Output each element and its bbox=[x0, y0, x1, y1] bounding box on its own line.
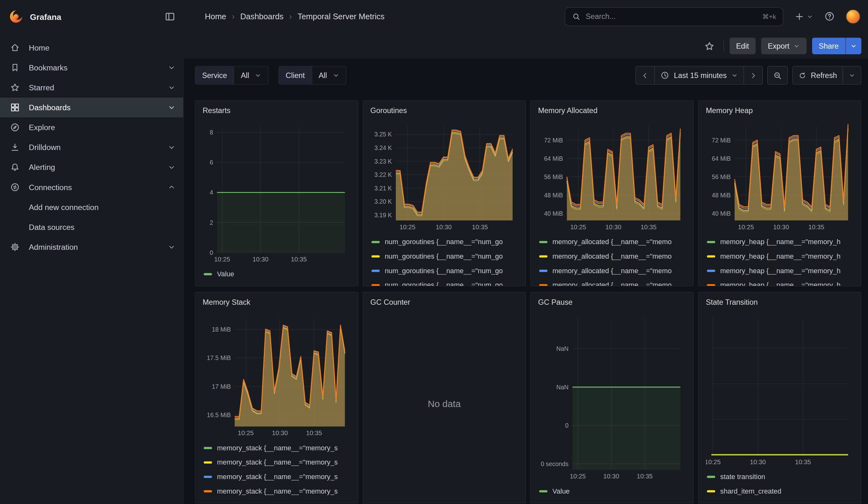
service-variable-label: Service bbox=[195, 66, 234, 84]
chart-area[interactable]: 8642010:2510:3010:35 bbox=[203, 122, 350, 264]
sidebar-item-add-new-connection[interactable]: Add new connection bbox=[0, 197, 183, 217]
svg-text:72 MiB: 72 MiB bbox=[712, 137, 731, 144]
legend-label: memory_heap {__name__="memory_h bbox=[720, 253, 840, 260]
breadcrumb-home[interactable]: Home bbox=[205, 12, 226, 21]
grafana-logo[interactable] bbox=[9, 10, 23, 24]
series-color-swatch bbox=[372, 270, 380, 272]
legend-item[interactable]: memory_heap {__name__="memory_h bbox=[707, 278, 854, 286]
refresh-button[interactable]: Refresh bbox=[793, 66, 843, 84]
chart-area[interactable]: 3.25 K3.24 K3.23 K3.22 K3.21 K3.20 K3.19… bbox=[370, 122, 518, 232]
panel-title[interactable]: Memory Heap bbox=[706, 106, 854, 122]
panel-title[interactable]: Goroutines bbox=[370, 106, 518, 122]
legend-label: memory_heap {__name__="memory_h bbox=[720, 267, 840, 275]
sidebar-toggle-icon[interactable] bbox=[164, 11, 175, 22]
chart-area[interactable]: NaNNaN00 seconds10:2510:3010:35 bbox=[538, 313, 686, 481]
legend-item[interactable]: Value bbox=[539, 484, 686, 498]
chart-area[interactable]: 72 MiB64 MiB56 MiB48 MiB40 MiB10:2510:30… bbox=[538, 122, 686, 232]
sidebar-item-bookmarks[interactable]: Bookmarks bbox=[0, 58, 183, 78]
search-bar[interactable]: ⌘+k bbox=[565, 7, 783, 26]
client-variable-dropdown[interactable]: All bbox=[311, 66, 346, 84]
legend-label: num_goroutines {__name__="num_go bbox=[385, 267, 503, 275]
sidebar-item-alerting[interactable]: Alerting bbox=[0, 157, 183, 177]
legend-item[interactable]: memory_allocated {__name__="memo bbox=[539, 249, 686, 264]
series-color-swatch bbox=[707, 284, 715, 286]
panel-title[interactable]: Restarts bbox=[203, 106, 350, 122]
sidebar-item-administration[interactable]: Administration bbox=[0, 237, 183, 257]
panel-title[interactable]: State Transition bbox=[706, 298, 854, 313]
sidebar-item-drilldown[interactable]: Drilldown bbox=[0, 137, 183, 157]
sidebar-item-data-sources[interactable]: Data sources bbox=[0, 217, 183, 237]
svg-text:10:25: 10:25 bbox=[214, 256, 230, 263]
chevron-down-icon bbox=[731, 72, 738, 79]
legend-item[interactable]: memory_heap {__name__="memory_h bbox=[707, 249, 854, 264]
panel-memory-heap: Memory Heap 72 MiB64 MiB56 MiB48 MiB40 M… bbox=[698, 100, 861, 286]
svg-text:10:25: 10:25 bbox=[706, 459, 721, 465]
series-color-swatch bbox=[539, 270, 547, 272]
series-color-swatch bbox=[372, 241, 380, 243]
series-color-swatch bbox=[204, 476, 212, 478]
legend-label: memory_allocated {__name__="memo bbox=[552, 267, 672, 275]
chevron-down-icon bbox=[168, 104, 175, 112]
legend-item[interactable]: Value bbox=[204, 267, 350, 281]
breadcrumb-dashboards[interactable]: Dashboards bbox=[240, 12, 283, 21]
favorite-dashboard-button[interactable] bbox=[701, 38, 718, 54]
panel-title[interactable]: GC Pause bbox=[538, 298, 686, 313]
time-range-picker-button[interactable]: Last 15 minutes bbox=[655, 66, 743, 84]
series-color-swatch bbox=[539, 490, 547, 492]
chart-area[interactable]: 18 MiB17.5 MiB17 MiB16.5 MiB10:2510:3010… bbox=[203, 313, 350, 438]
user-avatar[interactable] bbox=[846, 9, 860, 24]
chevron-down-icon bbox=[806, 13, 813, 20]
legend-item[interactable]: memory_allocated {__name__="memo bbox=[539, 235, 686, 249]
search-input[interactable] bbox=[586, 12, 757, 21]
legend-item[interactable]: memory_stack {__name__="memory_s bbox=[204, 441, 350, 455]
legend-item[interactable]: memory_stack {__name__="memory_s bbox=[204, 470, 350, 484]
new-item-dropdown[interactable] bbox=[794, 11, 813, 21]
share-split-button: Share bbox=[812, 38, 861, 54]
share-dropdown-button[interactable] bbox=[845, 38, 861, 54]
chart-area[interactable]: 10:2510:3010:35 bbox=[706, 313, 854, 466]
svg-text:10:30: 10:30 bbox=[750, 459, 766, 465]
edit-button[interactable]: Edit bbox=[730, 38, 756, 54]
help-button[interactable] bbox=[824, 11, 835, 21]
legend-item[interactable]: memory_heap {__name__="memory_h bbox=[707, 264, 854, 278]
legend-item[interactable]: memory_heap {__name__="memory_h bbox=[707, 235, 854, 249]
legend-item[interactable]: num_goroutines {__name__="num_go bbox=[372, 264, 518, 278]
legend-item[interactable]: memory_allocated {__name__="memo bbox=[539, 264, 686, 278]
connections-icon bbox=[10, 182, 20, 192]
sidebar-item-connections[interactable]: Connections bbox=[0, 177, 183, 197]
sidebar-item-explore[interactable]: Explore bbox=[0, 117, 183, 137]
sidebar-item-starred[interactable]: Starred bbox=[0, 78, 183, 97]
svg-text:0 seconds: 0 seconds bbox=[541, 461, 568, 467]
sidebar-item-home[interactable]: Home bbox=[0, 38, 183, 58]
share-button[interactable]: Share bbox=[812, 38, 845, 54]
legend-item[interactable]: num_goroutines {__name__="num_go bbox=[372, 235, 518, 249]
time-shift-forward-button[interactable] bbox=[743, 66, 762, 84]
chart-svg: No data bbox=[370, 313, 518, 495]
legend-item[interactable]: shard_item_created bbox=[707, 484, 854, 498]
legend-item[interactable]: memory_stack {__name__="memory_s bbox=[204, 455, 350, 470]
time-shift-back-button[interactable] bbox=[636, 66, 655, 84]
legend-item[interactable]: num_goroutines {__name__="num_go bbox=[372, 278, 518, 286]
legend-item[interactable]: memory_allocated {__name__="memo bbox=[539, 278, 686, 286]
chart-area[interactable]: 72 MiB64 MiB56 MiB48 MiB40 MiB10:2510:30… bbox=[706, 122, 854, 232]
service-variable-dropdown[interactable]: All bbox=[234, 66, 268, 84]
sidebar-item-dashboards[interactable]: Dashboards bbox=[0, 97, 183, 117]
panel-title[interactable]: Memory Allocated bbox=[538, 106, 686, 122]
bell-icon bbox=[10, 162, 20, 172]
svg-text:10:25: 10:25 bbox=[570, 224, 586, 230]
export-button[interactable]: Export bbox=[761, 38, 806, 54]
refresh-interval-dropdown[interactable] bbox=[843, 66, 861, 84]
series-color-swatch bbox=[707, 270, 715, 272]
legend-item[interactable]: memory_stack {__name__="memory_s bbox=[204, 484, 350, 498]
legend-item[interactable]: num_goroutines {__name__="num_go bbox=[372, 249, 518, 264]
panel-title[interactable]: Memory Stack bbox=[203, 298, 350, 313]
panel-legend: Value bbox=[203, 264, 350, 286]
svg-text:6: 6 bbox=[209, 159, 213, 166]
legend-item[interactable]: state transition bbox=[707, 470, 854, 484]
chart-area[interactable]: No data bbox=[370, 313, 518, 495]
search-shortcut-hint: ⌘+k bbox=[762, 12, 776, 20]
panel-title[interactable]: GC Counter bbox=[370, 298, 518, 313]
zoom-out-time-button[interactable] bbox=[767, 66, 787, 85]
refresh-group: Refresh bbox=[792, 66, 861, 85]
panel-gc-pause: GC Pause NaNNaN00 seconds10:2510:3010:35… bbox=[530, 292, 693, 503]
